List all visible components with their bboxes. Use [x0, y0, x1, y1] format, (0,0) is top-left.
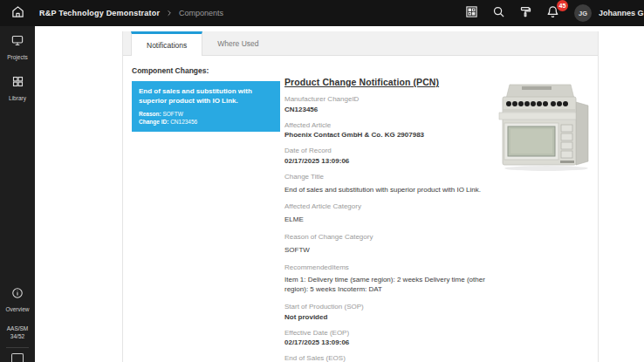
- notifications-button[interactable]: 45: [543, 3, 562, 23]
- sidebar-item-overview[interactable]: Overview: [0, 279, 35, 319]
- change-notification-id: Change ID: CN123456: [139, 118, 273, 126]
- pcn-field: Change Title End of sales and substituti…: [284, 173, 496, 195]
- sidebar-item-library[interactable]: Library: [0, 67, 35, 108]
- product-image-column: [496, 64, 600, 362]
- grid-icon: [11, 75, 24, 92]
- info-icon: [11, 287, 24, 303]
- components-card: Notifications Where Used Component Chang…: [122, 31, 599, 362]
- change-notification-card[interactable]: End of sales and substitution with super…: [132, 81, 280, 132]
- sidebar: Projects Library Overview AAS/SM 34/52: [0, 26, 35, 362]
- pcn-field-value: ELME: [284, 215, 496, 225]
- avatar[interactable]: JG: [574, 4, 592, 22]
- pcn-field-label: End of Sales (EOS): [284, 354, 496, 362]
- pcn-field: Affected Article Category ELME: [284, 202, 496, 225]
- pcn-field-value: 02/17/2025 13:09:06: [284, 338, 496, 348]
- pcn-field: Manufacturer ChangeID CN123456: [284, 95, 496, 115]
- pcn-field-label: Affected Article Category: [284, 202, 496, 212]
- section-title: Component Changes:: [132, 66, 280, 75]
- product-photo-din-rail-meter: [496, 76, 599, 362]
- search-icon: [492, 5, 505, 22]
- pcn-field: Reason of Change Category SOFTW: [284, 233, 496, 256]
- pcn-field-value: Phoenix Contact GmbH & Co. KG 2907983: [284, 131, 496, 140]
- pcn-field: Start of Production (SOP) Not provided: [284, 303, 496, 323]
- pcn-fields: Manufacturer ChangeID CN123456 Affected …: [284, 95, 496, 362]
- tab-strip: Notifications Where Used: [123, 31, 598, 56]
- pcn-field: RecommendedItems Item 1: Delivery time (…: [284, 263, 496, 295]
- paint-roller-button[interactable]: [516, 3, 535, 23]
- sidebar-item-projects[interactable]: Projects: [0, 26, 35, 67]
- pcn-field-label: RecommendedItems: [284, 263, 496, 273]
- pcn-field: Affected Article Phoenix Contact GmbH & …: [284, 121, 496, 141]
- qr-scan-icon: [465, 5, 478, 22]
- pcn-field-value: End of sales and substitution with super…: [284, 186, 496, 195]
- pcn-detail-column: Product Change Notification (PCN) Manufa…: [284, 64, 496, 362]
- pcn-field: End of Sales (EOS) 2022-08-01: [284, 354, 496, 362]
- pcn-field-label: Effective Date (EOP): [284, 329, 496, 338]
- breadcrumb-root[interactable]: R&P Technology Demonstrator: [39, 9, 160, 17]
- component-changes-column: Component Changes: End of sales and subs…: [132, 64, 280, 362]
- pcn-field-value: 02/17/2025 13:09:06: [284, 157, 496, 167]
- aas-sm-counter: AAS/SM 34/52: [7, 324, 29, 340]
- pcn-field-label: Start of Production (SOP): [284, 303, 496, 312]
- pcn-field-label: Affected Article: [284, 121, 496, 131]
- pcn-field-label: Reason of Change Category: [284, 233, 496, 242]
- sidebar-item-label: Overview: [5, 306, 29, 312]
- user-name[interactable]: Johannes G: [599, 9, 644, 17]
- main-area: Notifications Where Used Component Chang…: [35, 26, 644, 362]
- tab-notifications[interactable]: Notifications: [131, 31, 202, 56]
- pcn-field: Date of Record 02/17/2025 13:09:06: [284, 147, 496, 167]
- pcn-field-value: Not provided: [284, 313, 496, 323]
- chevron-right-icon: [166, 10, 173, 17]
- pcn-field-value: Item 1: Delivery time (same region): 2 w…: [284, 276, 496, 295]
- pcn-field: Effective Date (EOP) 02/17/2025 13:09:06: [284, 329, 496, 349]
- tab-where-used[interactable]: Where Used: [202, 31, 273, 55]
- sidebar-item-label: Library: [9, 95, 26, 101]
- topbar: R&P Technology Demonstrator Components: [0, 0, 644, 26]
- pcn-field-value: SOFTW: [284, 246, 496, 256]
- qr-scan-button[interactable]: [462, 3, 481, 23]
- pcn-field-value: CN123456: [284, 106, 496, 115]
- pcn-field-label: Date of Record: [284, 147, 496, 156]
- home-icon: [11, 5, 24, 22]
- paint-roller-icon: [519, 5, 532, 22]
- pcn-heading: Product Change Notification (PCN): [284, 77, 496, 87]
- home-button[interactable]: [0, 0, 35, 26]
- card-body: Component Changes: End of sales and subs…: [123, 56, 598, 362]
- change-notification-title: End of sales and substitution with super…: [139, 87, 273, 106]
- partial-icon[interactable]: [11, 353, 24, 362]
- change-notification-reason: Reason: SOFTW: [139, 110, 273, 119]
- pcn-field-label: Change Title: [284, 173, 496, 182]
- pcn-field-label: Manufacturer ChangeID: [284, 95, 496, 105]
- breadcrumb-current[interactable]: Components: [179, 9, 223, 17]
- notification-count-badge: 45: [557, 0, 568, 11]
- monitor-icon: [10, 34, 24, 51]
- sidebar-divider: [6, 347, 29, 348]
- sidebar-item-label: Projects: [7, 54, 27, 60]
- search-button[interactable]: [489, 3, 508, 23]
